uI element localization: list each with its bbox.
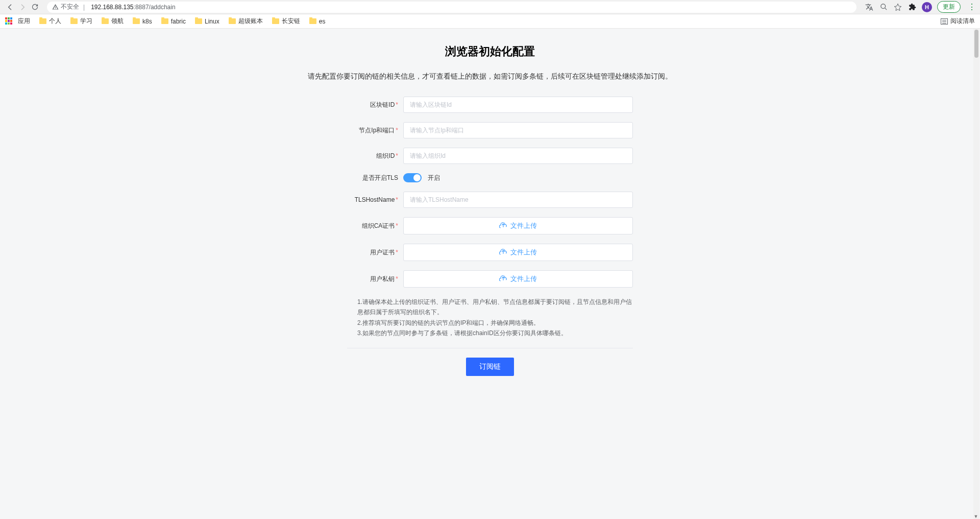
tip-line: 3.如果您的节点同时参与了多条链，请根据chainID区分你要订阅具体哪条链。 (357, 328, 633, 338)
org-id-label: 组织ID (347, 152, 403, 160)
toolbar-right: H 更新 ⋮ (865, 1, 976, 13)
form-tips: 1.请确保本处上传的组织证书、用户证书、用户私钥、节点信息都属于要订阅链，且节点… (347, 297, 633, 339)
folder-icon (133, 18, 140, 24)
address-bar[interactable]: 不安全 | 192.168.88.135:8887/addchain (47, 2, 856, 13)
update-button[interactable]: 更新 (937, 1, 961, 13)
tls-switch-text: 开启 (428, 174, 440, 181)
reading-list-icon (941, 18, 948, 25)
star-icon (894, 3, 902, 11)
puzzle-icon (909, 3, 916, 11)
field-user-key: 用户私钥 文件上传 (347, 270, 633, 288)
bookmark-item[interactable]: k8s (133, 18, 152, 25)
menu-button[interactable]: ⋮ (968, 2, 976, 12)
bookmark-item[interactable]: 个人 (39, 17, 61, 26)
folder-icon (39, 18, 46, 24)
folder-icon (195, 18, 202, 24)
apps-button[interactable]: 应用 (5, 17, 30, 26)
bookmark-item[interactable]: 超级账本 (229, 17, 263, 26)
bookmark-item[interactable]: 长安链 (272, 17, 300, 26)
search-button[interactable] (879, 3, 888, 12)
search-icon (880, 3, 888, 11)
user-key-upload[interactable]: 文件上传 (403, 270, 633, 288)
chain-id-label: 区块链ID (347, 101, 403, 109)
scrollbar-thumb[interactable] (974, 30, 978, 58)
translate-button[interactable] (865, 3, 874, 12)
svg-point-0 (880, 4, 885, 9)
user-key-label: 用户私钥 (347, 275, 403, 284)
upload-icon (499, 222, 507, 230)
bookmark-item[interactable]: es (309, 18, 326, 25)
translate-icon (865, 3, 873, 11)
page-content: ▲ ▼ 浏览器初始化配置 请先配置你要订阅的链的相关信息，才可查看链上的数据，如… (0, 29, 980, 519)
folder-icon (309, 18, 316, 24)
field-user-cert: 用户证书 文件上传 (347, 244, 633, 261)
bookmark-item[interactable]: Linux (195, 18, 219, 25)
page-title: 浏览器初始化配置 (245, 44, 735, 59)
forward-button[interactable] (16, 1, 29, 13)
folder-icon (229, 18, 236, 24)
tls-switch[interactable] (403, 173, 422, 182)
back-button[interactable] (4, 1, 16, 13)
bookmark-item[interactable]: 学习 (70, 17, 92, 26)
url-host: 192.168.88.135 (91, 4, 133, 11)
user-cert-upload[interactable]: 文件上传 (403, 244, 633, 261)
arrow-right-icon (18, 3, 27, 11)
field-tls-host: TLSHostName (347, 192, 633, 208)
field-node: 节点Ip和端口 (347, 122, 633, 138)
node-label: 节点Ip和端口 (347, 126, 403, 135)
field-tls: 是否开启TLS 开启 (347, 173, 633, 182)
folder-icon (272, 18, 279, 24)
url-path: :8887/addchain (134, 4, 176, 11)
warning-icon (52, 4, 59, 10)
reload-icon (31, 3, 39, 11)
bookmarks-bar: 应用 个人 学习 领航 k8s fabric Linux 超级账本 长安链 es… (0, 14, 980, 29)
apps-label: 应用 (18, 17, 30, 26)
reload-button[interactable] (29, 1, 41, 13)
tip-line: 1.请确保本处上传的组织证书、用户证书、用户私钥、节点信息都属于要订阅链，且节点… (357, 297, 633, 318)
insecure-label: 不安全 (61, 3, 79, 11)
tip-line: 2.推荐填写所要订阅的链的共识节点的IP和端口，并确保网络通畅。 (357, 318, 633, 328)
scroll-down-icon: ▼ (973, 514, 978, 519)
scrollbar[interactable]: ▲ ▼ (973, 29, 979, 519)
tls-host-input[interactable] (403, 192, 633, 208)
arrow-left-icon (6, 3, 14, 11)
config-form: 区块链ID 节点Ip和端口 组织ID 是否开启TLS 开启 TLSHostNam… (347, 97, 633, 376)
org-ca-label: 组织CA证书 (347, 222, 403, 230)
user-cert-label: 用户证书 (347, 248, 403, 257)
upload-icon (499, 248, 507, 256)
org-id-input[interactable] (403, 148, 633, 164)
tls-host-label: TLSHostName (347, 196, 403, 203)
subscribe-button[interactable]: 订阅链 (466, 358, 514, 376)
bookmark-item[interactable]: fabric (161, 18, 186, 25)
field-org-ca: 组织CA证书 文件上传 (347, 217, 633, 234)
divider (347, 348, 633, 348)
extensions-button[interactable] (908, 3, 917, 12)
node-input[interactable] (403, 122, 633, 138)
org-ca-upload[interactable]: 文件上传 (403, 217, 633, 234)
field-chain-id: 区块链ID (347, 97, 633, 113)
bookmark-item[interactable]: 领航 (102, 17, 124, 26)
apps-icon (5, 17, 13, 26)
profile-avatar[interactable]: H (922, 2, 932, 12)
folder-icon (161, 18, 168, 24)
folder-icon (102, 18, 109, 24)
page-subtitle: 请先配置你要订阅的链的相关信息，才可查看链上的数据，如需订阅多条链，后续可在区块… (245, 72, 735, 81)
reading-list-button[interactable]: 阅读清单 (941, 17, 975, 26)
bookmark-star-button[interactable] (893, 3, 902, 12)
folder-icon (70, 18, 78, 24)
upload-icon (499, 275, 507, 283)
tls-label: 是否开启TLS (347, 174, 403, 182)
field-org-id: 组织ID (347, 148, 633, 164)
chain-id-input[interactable] (403, 97, 633, 113)
insecure-indicator: 不安全 | (52, 3, 87, 11)
browser-toolbar: 不安全 | 192.168.88.135:8887/addchain H 更新 … (0, 0, 980, 14)
